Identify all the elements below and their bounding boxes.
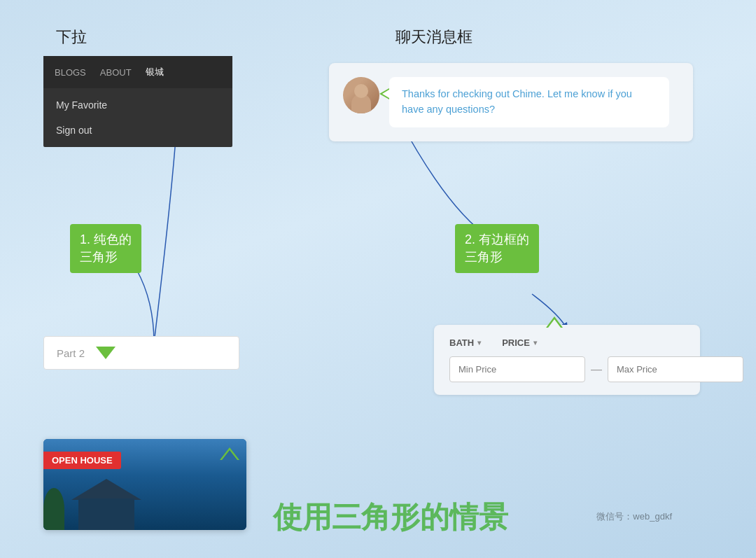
dropdown-label: 下拉: [56, 27, 87, 48]
dropdown-nav: BLOGS ABOUT 银城: [43, 56, 232, 88]
chat-panel: Thanks for checking out Chime. Let me kn…: [329, 63, 693, 141]
avatar: [343, 77, 379, 113]
annotation2-line2: 三角形: [465, 249, 529, 266]
bath-chevron-icon: ▾: [477, 339, 481, 347]
price-label: PRICE: [502, 337, 530, 348]
house-silhouette: [64, 481, 148, 530]
solid-triangle-down: [96, 347, 115, 359]
nav-item-about[interactable]: ABOUT: [100, 67, 132, 78]
open-house-badge: OPEN HOUSE: [43, 452, 121, 469]
watermark: 微信号：web_gdkf: [596, 510, 672, 523]
open-house-panel: OPEN HOUSE: [43, 439, 246, 530]
price-panel-header: BATH ▾ PRICE ▾: [449, 337, 685, 348]
annotation1-line2: 三角形: [80, 249, 132, 266]
house-body: [78, 498, 134, 530]
annotation2-line1: 2. 有边框的: [465, 231, 529, 249]
menu-item-signout[interactable]: Sign out: [43, 118, 232, 143]
price-chevron-icon: ▾: [533, 339, 537, 347]
annotation-box-1: 1. 纯色的 三角形: [70, 224, 141, 273]
bath-filter[interactable]: BATH ▾: [449, 337, 481, 348]
tree-decoration: [43, 488, 64, 530]
price-dash: —: [591, 363, 602, 376]
part2-panel: Part 2: [43, 336, 239, 370]
bath-label: BATH: [449, 337, 474, 348]
annotation-box-2: 2. 有边框的 三角形: [455, 224, 539, 273]
price-inputs: —: [449, 356, 685, 382]
annotation1-line1: 1. 纯色的: [80, 231, 132, 249]
main-title-text: 使用三角形的情景: [273, 498, 508, 537]
price-panel: BATH ▾ PRICE ▾ —: [434, 325, 700, 395]
nav-item-blogs[interactable]: BLOGS: [55, 67, 86, 78]
menu-item-favorite[interactable]: My Favorite: [43, 92, 232, 118]
dropdown-panel: BLOGS ABOUT 银城 My Favorite Sign out: [43, 56, 232, 147]
chat-message-text: Thanks for checking out Chime. Let me kn…: [402, 88, 632, 115]
chat-label: 聊天消息框: [396, 27, 472, 48]
oh-tri-inner: [222, 450, 237, 460]
nav-item-yincheng[interactable]: 银城: [146, 66, 164, 78]
chat-bubble: Thanks for checking out Chime. Let me kn…: [389, 77, 669, 127]
chat-bubble-wrapper: Thanks for checking out Chime. Let me kn…: [389, 77, 669, 127]
min-price-input[interactable]: [449, 356, 585, 382]
open-house-background: OPEN HOUSE: [43, 439, 246, 530]
part2-label: Part 2: [57, 347, 85, 359]
house-roof: [71, 479, 141, 500]
max-price-input[interactable]: [608, 356, 743, 382]
dropdown-menu: My Favorite Sign out: [43, 88, 232, 147]
price-tri-inner: [548, 319, 561, 328]
price-filter[interactable]: PRICE ▾: [502, 337, 537, 348]
